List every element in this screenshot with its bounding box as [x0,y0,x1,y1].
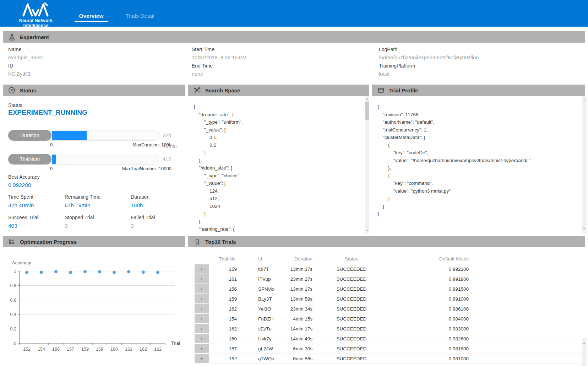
cell-trial-id: gL2JW [247,344,277,354]
tab-overview[interactable]: Overview [75,12,108,22]
expand-row-button[interactable]: + [195,354,209,364]
expand-row-button[interactable]: + [195,324,209,334]
stat-cell: Stopped Trial 0 [65,215,131,233]
svg-text:0.2: 0.2 [10,327,16,332]
status-divider [8,124,174,124]
stat-label: Time Spent [8,194,65,200]
stat-label: Remaining Time [65,194,131,200]
cell-duration: 14min 17s [277,324,316,334]
training-platform-value: local [379,71,479,79]
cell-default-metric: 0.986100 [387,304,472,314]
stat-cell: Time Spent 32h 40min [8,194,65,212]
expand-row-button[interactable]: + [195,304,209,314]
cell-duration: 23min 34s [277,304,316,314]
cell-status: SUCCEEDED [316,354,387,364]
scatter-plot-icon [8,238,16,246]
molecule-icon [193,86,201,94]
cell-trial-no: 157 [209,344,247,354]
col-header-id: Id [247,253,277,264]
tab-trials-detail[interactable]: Trials Detail [119,12,160,21]
status-section-header: Status [3,85,185,96]
experiment-section-title: Experiment [20,34,49,40]
col-header-duration: Duration [277,253,316,264]
scroll-up-icon[interactable]: ▲ [365,97,369,101]
cell-status: SUCCEEDED [316,264,387,274]
cell-trial-no: 154 [209,314,247,324]
gauge-icon [8,86,16,94]
cell-status: SUCCEEDED [316,284,387,294]
stat-value: 9 [131,223,182,229]
cell-default-metric: 0.991000 [387,294,472,304]
cell-default-metric: 0.981800 [387,344,472,354]
cell-trial-id: FnDZH [247,314,277,324]
svg-text:0.6: 0.6 [10,298,16,303]
optimization-section-header: Optimization Progress [3,236,185,247]
search-space-section-header: Search Space [188,85,369,96]
flask-icon [8,33,16,41]
trial-table-row: + 162 Yel3O 23min 34s SUCCEEDED 0.986100 [195,304,582,314]
cell-trial-id: Yel3O [247,304,277,314]
status-field-label: Status [8,102,22,108]
expand-row-button[interactable]: + [195,314,209,324]
trial-table-row: + 159 BLy3T 13min 58s SUCCEEDED 0.991000 [195,294,582,304]
stat-label: Stopped Trial [65,215,131,220]
progress-bar-row: Duration 32h 40min 0 MaxDuration: 100h [8,130,186,154]
trial-table-row: + 156 SPNVb 13min 17s SUCCEEDED 0.991500 [195,284,582,294]
experiment-time-group: Start Time 10/31/2018, 8:16:15 PM End Ti… [192,46,247,79]
expand-row-button[interactable]: + [195,284,209,294]
scroll-up-icon[interactable]: ▲ [582,341,587,345]
cell-duration: 23min 27s [277,274,316,284]
col-header-trial-no: Trial No. [209,253,247,264]
start-time-label: Start Time [192,46,247,54]
progress-bar-fill [52,155,56,164]
logpath-value: /home/quzha/nni/experiments/KCiBytKB/log [379,54,479,63]
svg-text:154: 154 [38,347,45,352]
cell-default-metric: 0.982600 [387,334,472,344]
search-space-scrollbar[interactable]: ▲ ▼ [365,96,369,233]
svg-text:152: 152 [23,347,31,352]
cell-default-metric: 0.992200 [387,264,472,274]
table-scrollbar[interactable]: ▲ [582,338,587,366]
expand-row-button[interactable]: + [195,264,209,274]
expand-row-button[interactable]: + [195,274,209,284]
stat-value: 403 [8,223,65,229]
trial-table-row: + 152 g1WQs 6min 56s SUCCEEDED 0.981000 [195,354,582,364]
scrollbar-thumb[interactable] [365,102,369,120]
expand-row-button[interactable]: + [195,344,209,354]
expand-row-button[interactable]: + [195,334,209,344]
cell-trial-no: 161 [209,274,247,284]
cell-duration: 4min 15s [277,314,316,324]
cell-duration: 14min 49s [277,334,316,344]
experiment-status-value: EXPERIMENT_RUNNING [8,109,87,117]
stat-cell: Succeed Trial 403 [8,215,65,233]
progress-bar-max: MaxTrialNumber: 10000 [122,166,172,171]
cell-trial-no: 159 [209,264,247,274]
cell-trial-no: 159 [209,294,247,304]
stat-value: 100h [131,202,182,209]
scroll-down-icon[interactable]: ▼ [582,227,587,231]
stat-label: Succeed Trial [8,215,65,220]
cell-trial-id: sEzTu [247,324,277,334]
progress-bar-label: TrialNum [8,154,51,165]
stat-cell: Failed Trial 9 [131,215,182,233]
cell-status: SUCCEEDED [316,334,387,344]
progress-bar-min: 0 [50,142,53,147]
top10-section-header: Top10 Trials [188,236,585,247]
cell-trial-no: 160 [209,334,247,344]
name-label: Name [8,46,43,54]
trial-profile-scrollbar[interactable]: ▲ ▼ [582,96,587,233]
col-header-status: Status [316,253,387,264]
cell-trial-no: 152 [209,354,247,364]
cell-trial-id: Uvk7y [247,334,277,344]
expand-row-button[interactable]: + [195,294,209,304]
progress-bar-label: Duration [8,130,51,141]
scroll-up-icon[interactable]: ▲ [582,99,587,102]
stat-value: 0 [65,223,131,229]
scroll-down-icon[interactable]: ▼ [365,229,369,232]
progress-bar-current-value: 412 [163,154,171,165]
cell-trial-id: BLy3T [247,294,277,304]
accuracy-scatter-chart: 00.20.40.60.8115215415615715915916016116… [0,249,185,355]
progress-bar-fill [52,131,87,140]
top-navigation-bar: Neural Network Intelligence Overview Tri… [0,0,588,27]
stat-cell: Duration 100h [131,194,182,212]
